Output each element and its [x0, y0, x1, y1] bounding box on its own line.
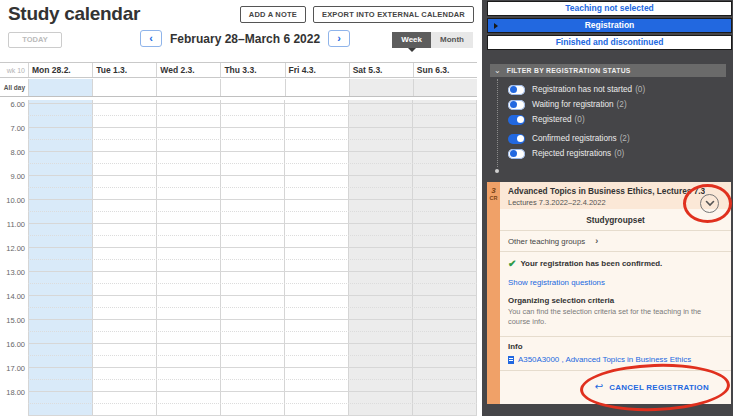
filter-toggle-registered[interactable]: Registered(0) — [508, 114, 728, 125]
hour-label: 7.00 — [0, 124, 25, 133]
half-hour-line — [28, 307, 477, 308]
hour-line — [28, 247, 477, 248]
hour-label: 18.00 — [0, 388, 25, 397]
show-registration-questions-link[interactable]: Show registration questions — [508, 278, 723, 287]
all-day-cell[interactable] — [28, 79, 92, 96]
course-subtitle: Lectures 7.3.2022–22.4.2022 — [508, 198, 705, 207]
today-button[interactable]: TODAY — [8, 32, 62, 48]
tab-registration[interactable]: Registration — [487, 18, 732, 33]
toggle-switch[interactable] — [508, 134, 525, 144]
hour-line — [28, 199, 477, 200]
tab-teaching-not-selected[interactable]: Teaching not selected — [487, 1, 732, 16]
day-column-wed[interactable] — [156, 100, 220, 416]
tab-finished-and-discontinued[interactable]: Finished and discontinued — [487, 35, 732, 50]
panel-tabs: Teaching not selectedRegistrationFinishe… — [487, 1, 732, 50]
toggle-switch[interactable] — [508, 115, 525, 125]
other-teaching-groups-link[interactable]: Other teaching groups › — [500, 231, 731, 252]
toggle-label: Registered — [532, 115, 572, 124]
toggle-knob — [510, 150, 517, 157]
month-view-tab[interactable]: Month — [431, 32, 473, 48]
day-column-fri[interactable] — [284, 100, 348, 416]
all-day-cell[interactable] — [156, 79, 220, 96]
course-card: 3 CR Advanced Topics in Business Ethics,… — [487, 182, 731, 404]
filter-toggle-rejected-registrations[interactable]: Rejected registrations(0) — [508, 148, 728, 159]
toggle-switch[interactable] — [508, 100, 525, 110]
toggle-switch[interactable] — [508, 149, 525, 159]
course-info-link[interactable]: A350A3000 , Advanced Topics in Business … — [518, 355, 691, 364]
page-title: Study calendar — [8, 3, 140, 25]
filter-header[interactable]: ⌄ FILTER BY REGISTRATION STATUS — [490, 64, 726, 77]
card-footer: ↩CANCEL REGISTRATION — [500, 370, 731, 404]
course-info-link-row[interactable]: A350A3000 , Advanced Topics in Business … — [508, 355, 723, 364]
day-column-sun[interactable] — [412, 100, 477, 416]
all-day-cell[interactable] — [413, 79, 477, 96]
toggle-knob — [510, 86, 517, 93]
check-icon: ✔ — [508, 259, 516, 269]
hour-label: 12.00 — [0, 244, 25, 253]
add-note-button[interactable]: ADD A NOTE — [240, 6, 306, 23]
half-hour-line — [28, 235, 477, 236]
toggle-knob — [517, 116, 524, 123]
day-column-mon[interactable] — [28, 100, 92, 416]
day-header-sun: Sun 6.3. — [413, 63, 477, 77]
selected-tab-arrow-icon — [494, 23, 498, 29]
day-column-tue[interactable] — [92, 100, 156, 416]
cancel-registration-button[interactable]: ↩CANCEL REGISTRATION — [595, 383, 709, 392]
hour-label: 10.00 — [0, 196, 25, 205]
next-week-button[interactable]: › — [328, 30, 350, 47]
header-buttons: ADD A NOTE EXPORT INTO EXTERNAL CALENDAR — [240, 6, 474, 23]
hour-label: 9.00 — [0, 172, 25, 181]
other-teaching-groups-label: Other teaching groups — [508, 237, 585, 246]
toggle-label: Confirmed registrations — [532, 134, 617, 143]
hour-line — [28, 271, 477, 272]
info-heading: Info — [508, 342, 723, 351]
view-toggle: Week Month — [392, 32, 473, 48]
filter-toggle-confirmed-registrations[interactable]: Confirmed registrations(2) — [508, 133, 728, 144]
time-grid: 6.007.008.009.0010.0011.0012.0013.0014.0… — [0, 100, 477, 416]
chevron-right-icon: › — [337, 32, 341, 44]
studygroupset-heading: Studygroupset — [500, 209, 731, 231]
course-card-header: Advanced Topics in Business Ethics, Lect… — [500, 182, 731, 209]
all-day-cell[interactable] — [285, 79, 349, 96]
calendar-region: Study calendar ADD A NOTE EXPORT INTO EX… — [0, 0, 482, 416]
week-view-tab[interactable]: Week — [392, 32, 431, 48]
hour-label: 17.00 — [0, 364, 25, 373]
toggle-switch[interactable] — [508, 85, 525, 95]
day-header-fri: Fri 4.3. — [285, 63, 349, 77]
hour-label: 11.00 — [0, 220, 25, 229]
study-calendar-app: Study calendar ADD A NOTE EXPORT INTO EX… — [0, 0, 733, 416]
filter-toggle-waiting-for-registration[interactable]: Waiting for registration(2) — [508, 99, 728, 110]
day-column-thu[interactable] — [220, 100, 284, 416]
hour-line — [28, 223, 477, 224]
day-column-sat[interactable] — [348, 100, 412, 416]
day-header-tue: Tue 1.3. — [92, 63, 156, 77]
half-hour-line — [28, 283, 477, 284]
half-hour-line — [28, 259, 477, 260]
week-navigation: ‹ February 28–March 6 2022 › — [140, 30, 350, 47]
all-day-label: All day — [0, 79, 28, 96]
collapse-card-button[interactable] — [700, 194, 719, 213]
hour-label: 13.00 — [0, 268, 25, 277]
previous-week-button[interactable]: ‹ — [140, 30, 162, 47]
half-hour-line — [28, 115, 477, 116]
credits-value: 3 — [491, 186, 495, 195]
selection-criteria-title: Organizing selection criteria — [508, 296, 723, 305]
day-header-wed: Wed 2.3. — [156, 63, 220, 77]
all-day-cell[interactable] — [349, 79, 413, 96]
half-hour-line — [28, 139, 477, 140]
half-hour-line — [28, 211, 477, 212]
hour-label: 14.00 — [0, 292, 25, 301]
all-day-cell[interactable] — [220, 79, 284, 96]
filter-toggle-registration-has-not-started[interactable]: Registration has not started(0) — [508, 84, 728, 95]
calendar-toolbar: TODAY ‹ February 28–March 6 2022 › Week … — [0, 30, 482, 50]
filter-tree-dot — [495, 169, 499, 173]
confirmation-row: ✔ Your registration has been confirmed. — [508, 259, 723, 269]
toggle-count: (0) — [614, 149, 624, 158]
all-day-cell[interactable] — [92, 79, 156, 96]
hour-line — [28, 343, 477, 344]
half-hour-line — [28, 163, 477, 164]
export-calendar-button[interactable]: EXPORT INTO EXTERNAL CALENDAR — [313, 6, 474, 23]
toggle-count: (2) — [617, 100, 627, 109]
day-columns — [28, 100, 477, 416]
half-hour-line — [28, 187, 477, 188]
